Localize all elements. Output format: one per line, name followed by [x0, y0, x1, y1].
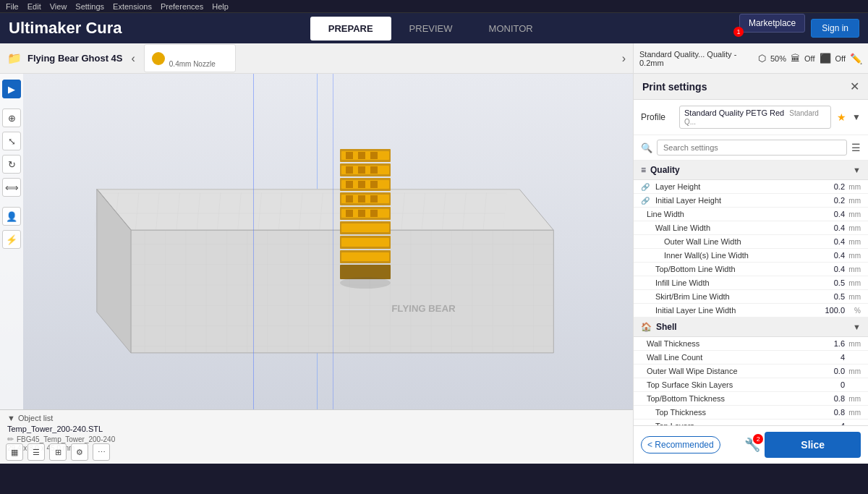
- setting-value[interactable]: 0.0: [816, 367, 845, 375]
- menu-extensions[interactable]: Extensions: [113, 2, 152, 11]
- setting-name: Top/Bottom Thickness: [644, 394, 816, 403]
- tool-move[interactable]: ⊕: [2, 108, 21, 127]
- 3d-viewport[interactable]: ▶ ⊕ ⤡ ↻ ⟺ 👤 ⚡: [0, 74, 633, 409]
- setting-value[interactable]: 0.4: [816, 237, 845, 246]
- setting-wall-thickness: Wall Thickness 1.6 mm: [634, 337, 868, 351]
- svg-rect-37: [346, 210, 353, 217]
- nav-tabs: PREPARE PREVIEW MONITOR: [310, 17, 551, 41]
- svg-rect-34: [346, 195, 353, 203]
- logo-text-light: Ultimaker: [9, 19, 81, 37]
- btn-more[interactable]: ⋯: [93, 443, 110, 461]
- setting-value[interactable]: 0.4: [816, 210, 845, 218]
- recommended-button[interactable]: < Recommended: [641, 436, 720, 453]
- setting-value[interactable]: 4: [816, 353, 845, 362]
- setting-value[interactable]: 0.2: [816, 182, 845, 191]
- tool-rotate[interactable]: ↻: [2, 155, 21, 174]
- tool-mirror[interactable]: ⟺: [2, 178, 21, 197]
- search-input[interactable]: [657, 140, 847, 156]
- profile-value: Standard Quality PETG Red: [684, 108, 784, 117]
- setting-value[interactable]: 0.4: [816, 251, 845, 260]
- setting-name: Initial Layer Line Width: [644, 306, 816, 315]
- left-toolbar: ▶ ⊕ ⤡ ↻ ⟺ 👤 ⚡: [0, 74, 23, 409]
- setting-value[interactable]: 0.5: [816, 278, 845, 287]
- material-name: Generic PETG: [169, 48, 228, 59]
- edit-settings-icon[interactable]: ✏️: [850, 53, 862, 64]
- quality-section-header[interactable]: ≡ Quality ▼: [634, 161, 868, 180]
- setting-infill-line-width: Infill Line Width 0.5 mm: [634, 276, 868, 290]
- print-settings-panel: Print settings ✕ Profile Standard Qualit…: [633, 74, 868, 464]
- chevron-down-icon: ▼: [7, 414, 15, 422]
- setting-value[interactable]: 0.4: [816, 223, 845, 232]
- setting-unit: mm: [846, 238, 861, 246]
- setting-value[interactable]: 1.6: [816, 339, 845, 348]
- menu-preferences[interactable]: Preferences: [161, 2, 203, 11]
- setting-initial-layer-height: 🔗 Initial Layer Height 0.2 mm: [634, 194, 868, 208]
- setting-value[interactable]: 0.8: [816, 394, 845, 403]
- svg-rect-30: [370, 166, 378, 174]
- setting-value[interactable]: 0: [816, 380, 845, 389]
- profile-favorite-button[interactable]: ★: [837, 111, 846, 123]
- menu-view[interactable]: View: [50, 2, 67, 11]
- setting-top-thickness: Top Thickness 0.8 mm: [634, 406, 868, 420]
- quality-section-title: ≡ Quality: [641, 165, 680, 175]
- btn-support[interactable]: ⊞: [49, 443, 67, 461]
- quality-bar: Standard Quality... Quality - 0.2mm ⬡ 50…: [633, 43, 868, 74]
- svg-rect-38: [358, 210, 365, 217]
- object-list-title: Object list: [18, 414, 53, 422]
- setting-initial-layer-line-width: Initial Layer Line Width 100.0 %: [634, 304, 868, 318]
- material-box[interactable]: Generic PETG 0.4mm Nozzle: [144, 44, 236, 72]
- setting-unit: mm: [846, 340, 861, 348]
- tab-prepare[interactable]: PREPARE: [310, 17, 391, 41]
- setting-value[interactable]: 0.2: [816, 196, 845, 205]
- setting-value[interactable]: 0.8: [816, 408, 845, 417]
- settings-list[interactable]: ≡ Quality ▼ 🔗 Layer Height 0.2 mm 🔗 Init…: [634, 161, 868, 425]
- setting-name: Inner Wall(s) Line Width: [644, 251, 816, 260]
- object-sub-name: FBG45_Temp_Tower_200-240: [17, 435, 115, 443]
- top-right-actions: Marketplace 1 Sign in: [739, 14, 859, 43]
- btn-group[interactable]: ▦: [6, 443, 23, 461]
- setting-unit: mm: [846, 279, 861, 287]
- setting-value[interactable]: 0.4: [816, 265, 845, 273]
- setting-unit: mm: [846, 409, 861, 417]
- setting-name: Initial Layer Height: [652, 196, 816, 205]
- setting-unit: mm: [846, 367, 861, 375]
- svg-rect-19: [341, 223, 389, 232]
- logo-text-bold: Cura: [85, 19, 122, 37]
- profile-expand-button[interactable]: ▼: [852, 112, 861, 122]
- menu-edit[interactable]: Edit: [27, 2, 41, 11]
- tool-custom[interactable]: ⚡: [2, 230, 21, 249]
- menu-settings[interactable]: Settings: [75, 2, 104, 11]
- svg-rect-33: [370, 181, 378, 188]
- setting-wall-line-count: Wall Line Count 4: [634, 351, 868, 365]
- shell-section-caret: ▼: [853, 323, 861, 331]
- btn-settings2[interactable]: ⚙: [71, 443, 88, 461]
- setting-value[interactable]: 100.0: [816, 306, 845, 315]
- tab-preview[interactable]: PREVIEW: [391, 17, 471, 41]
- panel-close-button[interactable]: ✕: [850, 80, 859, 93]
- tool-select[interactable]: ▶: [2, 80, 21, 98]
- svg-rect-29: [358, 166, 365, 174]
- support-value: Off: [804, 54, 814, 63]
- profile-select[interactable]: Standard Quality PETG Red Standard Q...: [679, 106, 831, 129]
- support-icon: 🏛: [791, 53, 800, 64]
- btn-layer[interactable]: ☰: [27, 443, 45, 461]
- setting-unit: mm: [846, 293, 861, 301]
- menu-file[interactable]: File: [6, 2, 19, 11]
- object-file-name[interactable]: Temp_Tower_200-240.STL: [7, 425, 626, 433]
- link-icon: 🔗: [641, 197, 650, 205]
- menu-help[interactable]: Help: [212, 2, 229, 11]
- shell-section-header[interactable]: 🏠 Shell ▼: [634, 318, 868, 337]
- setting-line-width: Line Width 0.4 mm: [634, 208, 868, 221]
- svg-text:FLYING BEAR: FLYING BEAR: [391, 304, 456, 315]
- tool-support[interactable]: 👤: [2, 207, 21, 226]
- signin-button[interactable]: Sign in: [811, 19, 859, 38]
- tab-monitor[interactable]: MONITOR: [471, 17, 551, 41]
- collapse-right-button[interactable]: ›: [622, 52, 626, 65]
- setting-value[interactable]: 0.5: [816, 292, 845, 301]
- main-area: 📁 Flying Bear Ghost 4S ‹ Generic PETG 0.…: [0, 43, 868, 464]
- settings-menu-icon[interactable]: ☰: [851, 142, 861, 153]
- printer-prev-button[interactable]: ‹: [128, 52, 137, 65]
- slice-button[interactable]: Slice: [765, 432, 861, 458]
- marketplace-button[interactable]: Marketplace: [739, 14, 805, 33]
- tool-scale[interactable]: ⤡: [2, 132, 21, 150]
